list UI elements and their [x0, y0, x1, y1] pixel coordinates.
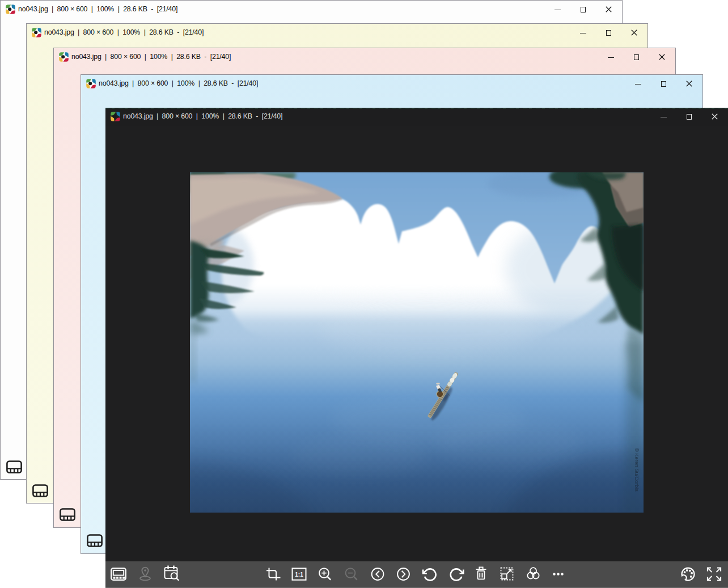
svg-text:© Keren Su/Corbis: © Keren Su/Corbis — [634, 448, 640, 492]
svg-text:1:1: 1:1 — [295, 572, 303, 578]
